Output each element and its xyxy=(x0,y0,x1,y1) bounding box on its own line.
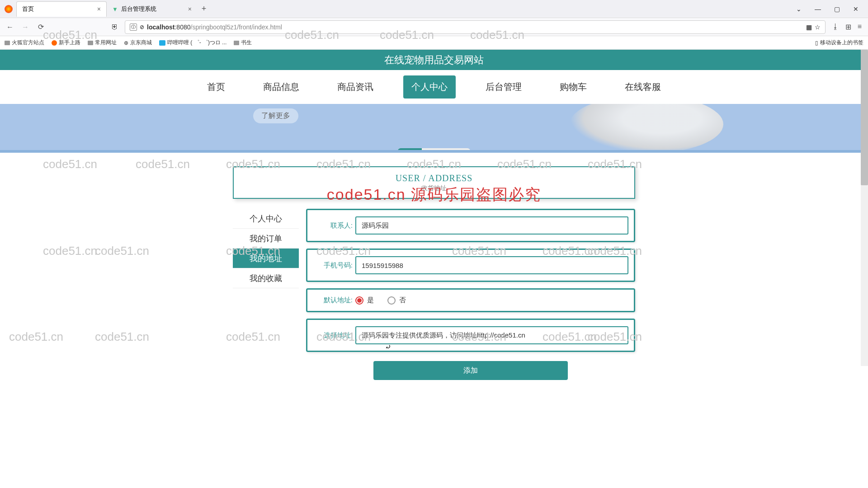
carousel-indicator[interactable] xyxy=(398,148,470,153)
scrollbar-thumb[interactable] xyxy=(861,50,868,185)
side-item-favorites[interactable]: 我的收藏 xyxy=(233,268,299,288)
form-row-contact: 联系人: xyxy=(306,209,635,242)
browser-tab-home[interactable]: 首页 × xyxy=(16,1,107,17)
site-header: 在线宠物用品交易网站 xyxy=(0,50,868,70)
tab-title: 后台管理系统 xyxy=(121,5,156,13)
browser-tab-strip: 首页 × ▼后台管理系统 × + ⌄ — ▢ ✕ xyxy=(0,0,868,18)
contact-label: 联系人: xyxy=(313,221,353,230)
folder-icon xyxy=(234,41,239,45)
page-info-icon[interactable]: ⓘ xyxy=(130,23,137,31)
form-row-phone: 手机号码: xyxy=(306,249,635,282)
vertical-scrollbar[interactable] xyxy=(861,50,868,366)
bookmark-item[interactable]: 常用网址 xyxy=(88,39,117,47)
bookmarks-bar: 火狐官方站点 新手上路 常用网址 ⊕京东商城 哔哩哔哩 ( ゜- ゜)つロ ..… xyxy=(0,36,868,50)
radio-yes[interactable]: 是 xyxy=(355,296,374,305)
url-bar[interactable]: ⓘ ⊘ localhost:8080/springbootql5z1/front… xyxy=(125,20,826,34)
nav-user-center[interactable]: 个人中心 xyxy=(403,75,456,99)
download-icon[interactable]: ⭳ xyxy=(832,23,839,31)
bookmark-item[interactable]: 哔哩哔哩 ( ゜- ゜)つロ ... xyxy=(159,39,226,47)
bookmark-item[interactable]: ⊕京东商城 xyxy=(124,39,152,47)
bookmark-item[interactable]: 新手上路 xyxy=(52,39,80,47)
site-title: 在线宠物用品交易网站 xyxy=(384,53,484,67)
nav-news[interactable]: 商品资讯 xyxy=(329,75,382,99)
extension-icon[interactable]: ⊞ xyxy=(845,23,851,31)
minimize-icon[interactable]: — xyxy=(811,5,825,13)
vue-icon: ▼ xyxy=(112,6,118,12)
firefox-icon xyxy=(5,5,13,13)
form-row-default: 默认地址: 是 否 xyxy=(306,288,635,312)
radio-no[interactable]: 否 xyxy=(387,296,406,305)
nav-cart[interactable]: 购物车 xyxy=(552,75,595,99)
form-row-address: 选择地址: xyxy=(306,319,635,352)
reload-button[interactable]: ⟳ xyxy=(35,22,46,33)
tab-title: 首页 xyxy=(22,5,34,13)
back-button[interactable]: ← xyxy=(5,22,15,33)
address-form: 联系人: 手机号码: 默认地址: 是 否 选择地址: xyxy=(306,209,635,380)
address-input[interactable] xyxy=(355,326,628,344)
radio-icon xyxy=(355,296,363,305)
learn-more-button[interactable]: 了解更多 xyxy=(253,108,298,123)
default-label: 默认地址: xyxy=(313,296,353,305)
bookmark-item[interactable]: 火狐官方站点 xyxy=(5,39,44,47)
new-tab-button[interactable]: + xyxy=(197,2,211,16)
shield-icon[interactable]: ⛨ xyxy=(109,22,120,33)
section-title-en: USER / ADDRESS xyxy=(396,173,473,183)
contact-input[interactable] xyxy=(355,216,628,235)
nav-home[interactable]: 首页 xyxy=(199,75,233,99)
browser-tab-admin[interactable]: ▼后台管理系统 × xyxy=(107,1,197,17)
browser-toolbar: ← → ⟳ ⛨ ⓘ ⊘ localhost:8080/springbootql5… xyxy=(0,18,868,36)
folder-icon xyxy=(5,41,10,45)
close-window-icon[interactable]: ✕ xyxy=(849,5,863,13)
close-icon[interactable]: × xyxy=(188,5,192,13)
nav-service[interactable]: 在线客服 xyxy=(617,75,669,99)
bilibili-icon xyxy=(159,40,165,46)
connection-icon: ⊘ xyxy=(140,24,144,30)
banner-image xyxy=(570,104,723,153)
side-item-orders[interactable]: 我的订单 xyxy=(233,229,299,249)
bookmark-star-icon[interactable]: ☆ xyxy=(815,23,821,31)
firefox-icon xyxy=(52,40,57,46)
qr-icon[interactable]: ▦ xyxy=(806,23,812,31)
mobile-icon: ▯ xyxy=(815,40,818,46)
maximize-icon[interactable]: ▢ xyxy=(830,5,844,13)
forward-button[interactable]: → xyxy=(20,22,31,33)
url-host: localhost:8080/springbootql5z1/front/ind… xyxy=(147,23,282,31)
section-header: USER / ADDRESS 收货地址 xyxy=(233,166,635,199)
section-title-cn: 收货地址 xyxy=(421,184,447,192)
close-icon[interactable]: × xyxy=(97,5,101,13)
radio-icon xyxy=(387,296,396,305)
nav-products[interactable]: 商品信息 xyxy=(255,75,307,99)
menu-icon[interactable]: ≡ xyxy=(858,23,862,31)
mobile-bookmarks[interactable]: ▯移动设备上的书签 xyxy=(815,39,863,47)
nav-admin[interactable]: 后台管理 xyxy=(477,75,530,99)
folder-icon xyxy=(88,41,93,45)
address-label: 选择地址: xyxy=(313,331,353,340)
phone-label: 手机号码: xyxy=(313,261,353,270)
chevron-down-icon[interactable]: ⌄ xyxy=(792,5,806,13)
globe-icon: ⊕ xyxy=(124,40,128,46)
submit-button[interactable]: 添加 xyxy=(373,361,568,380)
side-item-address[interactable]: 我的地址 xyxy=(233,249,299,268)
side-menu: 个人中心 我的订单 我的地址 我的收藏 xyxy=(233,209,299,380)
phone-input[interactable] xyxy=(355,256,628,274)
bookmark-item[interactable]: 书生 xyxy=(234,39,252,47)
main-nav: 首页 商品信息 商品资讯 个人中心 后台管理 购物车 在线客服 xyxy=(0,70,868,104)
hero-banner: 了解更多 xyxy=(0,104,868,153)
side-item-profile[interactable]: 个人中心 xyxy=(233,209,299,229)
